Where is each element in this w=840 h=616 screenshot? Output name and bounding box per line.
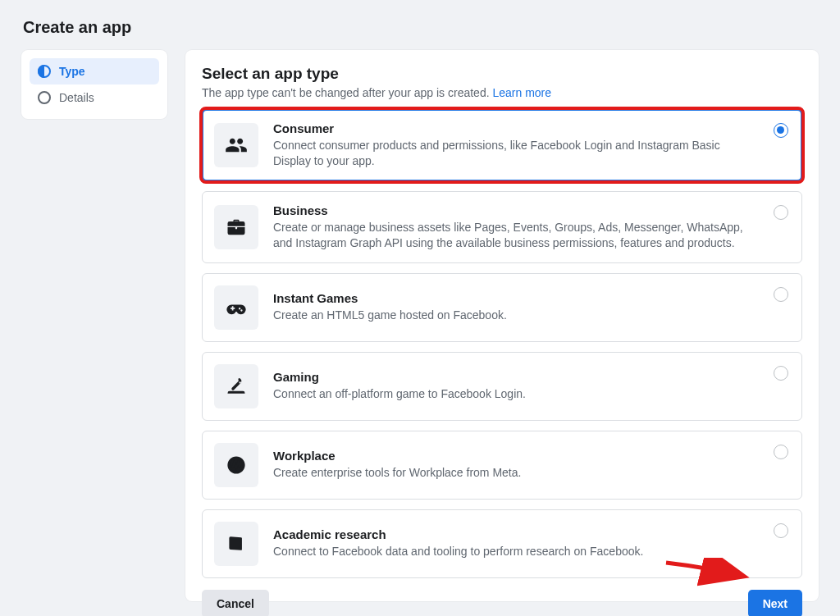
- radio-indicator[interactable]: [774, 523, 788, 538]
- option-academic-research[interactable]: Academic research Connect to Facebook da…: [202, 509, 802, 578]
- radio-indicator[interactable]: [774, 287, 788, 302]
- option-desc: Create or manage business assets like Pa…: [273, 220, 759, 251]
- book-icon: [214, 522, 258, 566]
- radio-indicator[interactable]: [774, 445, 788, 459]
- two-column-layout: Type Details Select an app type The app …: [21, 50, 819, 601]
- option-text: Workplace Create enterprise tools for Wo…: [273, 449, 759, 481]
- learn-more-link[interactable]: Learn more: [492, 86, 551, 99]
- option-title: Consumer: [273, 121, 759, 135]
- option-workplace[interactable]: Workplace Create enterprise tools for Wo…: [202, 431, 802, 500]
- step-indicator-icon: [38, 65, 51, 78]
- option-gaming[interactable]: Gaming Connect an off-platform game to F…: [202, 352, 802, 421]
- option-desc: Connect consumer products and permission…: [273, 138, 759, 169]
- users-icon: [214, 123, 258, 167]
- gamepad-icon: [214, 285, 258, 330]
- wizard-step-details[interactable]: Details: [30, 84, 159, 111]
- option-instant-games[interactable]: Instant Games Create an HTML5 game hoste…: [202, 273, 802, 342]
- cancel-button[interactable]: Cancel: [202, 590, 269, 616]
- option-text: Business Create or manage business asset…: [273, 203, 759, 251]
- step-label: Details: [59, 91, 94, 104]
- main-header: Select an app type The app type can't be…: [202, 65, 802, 109]
- option-text: Consumer Connect consumer products and p…: [273, 121, 759, 169]
- option-desc: Connect an off-platform game to Facebook…: [273, 386, 759, 402]
- option-title: Workplace: [273, 449, 759, 463]
- next-button[interactable]: Next: [748, 590, 802, 616]
- main-panel: Select an app type The app type can't be…: [185, 50, 819, 601]
- option-title: Business: [273, 203, 759, 217]
- workplace-icon: [214, 443, 258, 487]
- option-consumer[interactable]: Consumer Connect consumer products and p…: [202, 109, 802, 181]
- option-desc: Create enterprise tools for Workplace fr…: [273, 465, 759, 481]
- step-label: Type: [59, 65, 85, 78]
- option-desc: Create an HTML5 game hosted on Facebook.: [273, 308, 759, 323]
- page-root: Create an app Type Details Select an app…: [0, 0, 840, 616]
- option-title: Academic research: [273, 527, 759, 541]
- option-text: Academic research Connect to Facebook da…: [273, 527, 759, 559]
- section-heading: Select an app type: [202, 65, 802, 83]
- section-subtitle: The app type can't be changed after your…: [202, 86, 802, 99]
- option-business[interactable]: Business Create or manage business asset…: [202, 191, 802, 263]
- radio-indicator[interactable]: [774, 366, 788, 381]
- wizard-step-type[interactable]: Type: [30, 58, 159, 84]
- option-title: Instant Games: [273, 291, 759, 305]
- option-text: Instant Games Create an HTML5 game hoste…: [273, 291, 759, 323]
- wizard-sidebar: Type Details: [21, 50, 167, 119]
- wizard-footer: Cancel Next: [202, 590, 802, 616]
- option-text: Gaming Connect an off-platform game to F…: [273, 370, 759, 402]
- joystick-icon: [214, 364, 258, 408]
- page-title: Create an app: [23, 18, 819, 37]
- option-desc: Connect to Facebook data and tooling to …: [273, 544, 759, 559]
- subtitle-text: The app type can't be changed after your…: [202, 86, 492, 99]
- step-indicator-icon: [38, 91, 51, 104]
- briefcase-icon: [214, 205, 258, 249]
- radio-indicator[interactable]: [774, 123, 788, 138]
- radio-indicator[interactable]: [774, 205, 788, 220]
- app-type-options: Consumer Connect consumer products and p…: [202, 109, 802, 578]
- option-title: Gaming: [273, 370, 759, 384]
